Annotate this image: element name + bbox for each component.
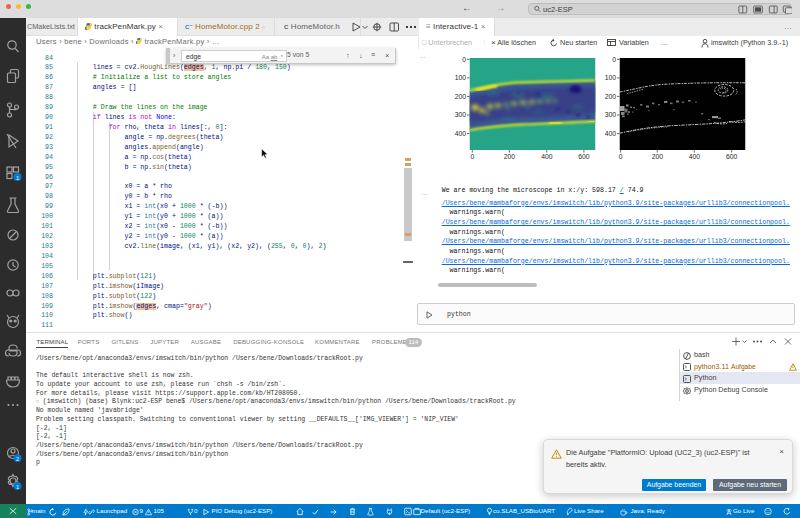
svg-text:600: 600 — [578, 153, 590, 160]
svg-text:1: 1 — [16, 175, 19, 181]
svg-text:0: 0 — [612, 55, 616, 62]
svg-text:0: 0 — [619, 153, 623, 160]
svg-text:0: 0 — [470, 153, 474, 160]
svg-text:0: 0 — [462, 55, 466, 62]
svg-text:1: 1 — [16, 484, 19, 490]
svg-text:400: 400 — [689, 153, 701, 160]
svg-text:300: 300 — [455, 111, 467, 118]
svg-text:2: 2 — [16, 456, 19, 462]
svg-text:400: 400 — [455, 129, 467, 136]
svg-text:400: 400 — [541, 153, 553, 160]
svg-text:600: 600 — [726, 153, 738, 160]
svg-text:100: 100 — [455, 74, 467, 81]
svg-text:200: 200 — [652, 153, 664, 160]
svg-text:200: 200 — [504, 153, 516, 160]
svg-text:200: 200 — [455, 92, 467, 99]
svg-text:100: 100 — [605, 74, 617, 81]
svg-text:200: 200 — [605, 92, 617, 99]
svg-text:400: 400 — [605, 129, 617, 136]
svg-text:300: 300 — [605, 111, 617, 118]
